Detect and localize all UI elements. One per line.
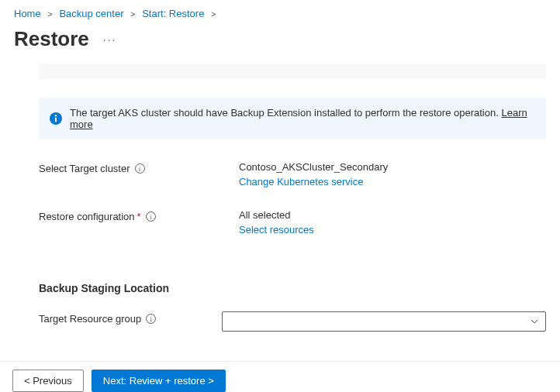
breadcrumb: Home > Backup center > Start: Restore >: [0, 0, 560, 24]
change-kubernetes-link[interactable]: Change Kubernetes service: [239, 176, 546, 187]
info-banner: The target AKS cluster should have Backu…: [39, 98, 546, 139]
next-button[interactable]: Next: Review + restore >: [92, 370, 226, 392]
info-icon[interactable]: i: [146, 211, 156, 222]
chevron-right-icon: >: [130, 9, 135, 19]
target-cluster-label: Select Target cluster: [39, 163, 130, 174]
footer-buttons: < Previous Next: Review + restore >: [0, 361, 560, 392]
blank-bar: [39, 64, 546, 79]
staging-location-heading: Backup Staging Location: [39, 282, 546, 294]
target-resource-group-select[interactable]: [222, 311, 546, 332]
svg-point-1: [55, 115, 57, 116]
breadcrumb-backup-center[interactable]: Backup center: [59, 8, 123, 19]
restore-config-value: All selected: [239, 209, 546, 221]
info-icon: [50, 112, 62, 125]
breadcrumb-home[interactable]: Home: [14, 8, 41, 19]
previous-button[interactable]: < Previous: [12, 370, 84, 392]
chevron-right-icon: >: [47, 9, 52, 19]
info-banner-text: The target AKS cluster should have Backu…: [70, 107, 535, 130]
breadcrumb-start-restore[interactable]: Start: Restore: [142, 8, 204, 19]
required-indicator: *: [137, 211, 141, 222]
info-icon[interactable]: i: [146, 314, 156, 324]
info-icon[interactable]: i: [135, 163, 145, 174]
svg-rect-2: [55, 118, 57, 122]
more-icon[interactable]: ···: [103, 33, 117, 46]
chevron-down-icon: [530, 317, 539, 326]
restore-config-label: Restore configuration: [39, 211, 135, 222]
select-resources-link[interactable]: Select resources: [239, 224, 546, 236]
chevron-right-icon: >: [211, 9, 216, 19]
target-resource-group-label: Target Resource group: [39, 313, 141, 325]
target-cluster-value: Contoso_AKSCluster_Secondary: [239, 161, 546, 173]
page-title: Restore: [14, 27, 89, 51]
